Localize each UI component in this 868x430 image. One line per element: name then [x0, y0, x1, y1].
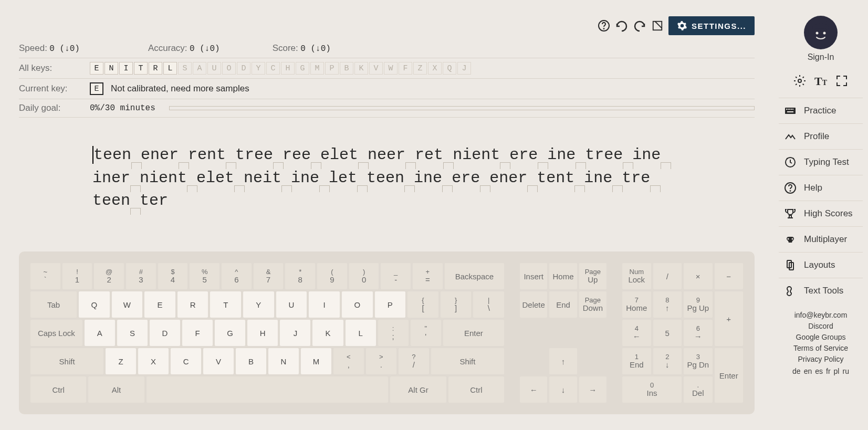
- help-icon[interactable]: [597, 19, 611, 33]
- footer-link[interactable]: Terms of Service: [793, 343, 848, 354]
- key[interactable]: F: [182, 320, 213, 346]
- numpad-enter-key[interactable]: Enter: [715, 348, 744, 403]
- key[interactable]: %5: [190, 263, 219, 289]
- key[interactable]: :;: [378, 320, 409, 346]
- key[interactable]: Y: [243, 291, 274, 318]
- fullscreen-icon[interactable]: [651, 19, 664, 33]
- key[interactable]: >.: [366, 348, 396, 374]
- plus-key[interactable]: +: [715, 291, 744, 346]
- key[interactable]: −: [715, 263, 744, 289]
- nav-item[interactable]: Profile: [779, 123, 863, 149]
- nav-item[interactable]: Text Tools: [779, 278, 863, 303]
- key[interactable]: ~`: [30, 263, 60, 289]
- key[interactable]: 7Home: [622, 291, 651, 318]
- footer-link[interactable]: Privacy Policy: [793, 354, 848, 365]
- footer-link[interactable]: Google Groups: [793, 332, 848, 343]
- key[interactable]: _-: [381, 263, 411, 289]
- key-chip[interactable]: D: [237, 62, 250, 75]
- enter-key[interactable]: Enter: [443, 320, 504, 346]
- key[interactable]: L: [346, 320, 376, 346]
- key[interactable]: X: [138, 348, 169, 374]
- key[interactable]: 9Pg Up: [684, 291, 713, 318]
- key-chip[interactable]: P: [325, 62, 339, 75]
- space-key[interactable]: [147, 376, 389, 403]
- key[interactable]: A: [85, 320, 115, 346]
- key[interactable]: {[: [407, 291, 438, 318]
- backspace-key[interactable]: Backspace: [445, 263, 504, 289]
- key-chip[interactable]: O: [222, 62, 236, 75]
- gear-icon[interactable]: [793, 75, 806, 87]
- nav-item[interactable]: Layouts: [779, 252, 863, 278]
- key[interactable]: ?/: [399, 348, 429, 374]
- key[interactable]: G: [215, 320, 245, 346]
- key[interactable]: O: [342, 291, 373, 318]
- key[interactable]: 0Ins: [622, 376, 682, 403]
- key-chip[interactable]: E: [90, 62, 103, 75]
- lang-link[interactable]: fr: [826, 367, 831, 375]
- key[interactable]: $4: [158, 263, 188, 289]
- key[interactable]: (9: [317, 263, 347, 289]
- key[interactable]: Z: [106, 348, 136, 374]
- footer-link[interactable]: Discord: [793, 321, 848, 332]
- undo-icon[interactable]: [615, 19, 629, 33]
- lang-link[interactable]: pl: [834, 367, 840, 375]
- capslock-key[interactable]: Caps Lock: [30, 320, 82, 346]
- key[interactable]: .Del: [684, 376, 713, 403]
- key-chip[interactable]: X: [428, 62, 442, 75]
- nav-item[interactable]: High Scores: [779, 201, 863, 226]
- key-chip[interactable]: M: [310, 62, 324, 75]
- arrow-right-key[interactable]: →: [579, 376, 606, 403]
- key-chip[interactable]: Y: [252, 62, 265, 75]
- nav-item[interactable]: Help: [779, 175, 863, 201]
- key[interactable]: PageDown: [579, 291, 606, 318]
- key[interactable]: Q: [79, 291, 110, 318]
- key[interactable]: E: [144, 291, 175, 318]
- key[interactable]: V: [203, 348, 234, 374]
- key[interactable]: #3: [126, 263, 156, 289]
- lang-link[interactable]: ru: [842, 367, 849, 375]
- key-chip[interactable]: G: [296, 62, 309, 75]
- key[interactable]: C: [171, 348, 201, 374]
- alt-key[interactable]: Alt: [88, 376, 144, 403]
- text-size-icon[interactable]: TT: [814, 75, 827, 87]
- footer-link[interactable]: info@keybr.com: [793, 310, 848, 321]
- key[interactable]: 5: [653, 320, 682, 346]
- ctrl-key[interactable]: Ctrl: [448, 376, 504, 403]
- key[interactable]: I: [309, 291, 340, 318]
- key-chip[interactable]: A: [193, 62, 206, 75]
- shift-key[interactable]: Shift: [431, 348, 504, 374]
- key[interactable]: +=: [413, 263, 443, 289]
- key-chip[interactable]: C: [266, 62, 280, 75]
- key[interactable]: P: [375, 291, 406, 318]
- key[interactable]: 8↑: [653, 291, 682, 318]
- ctrl-key[interactable]: Ctrl: [30, 376, 86, 403]
- lang-link[interactable]: en: [804, 367, 812, 375]
- key-chip[interactable]: W: [384, 62, 398, 75]
- key-chip[interactable]: T: [134, 62, 148, 75]
- expand-icon[interactable]: [835, 75, 848, 87]
- key-chip[interactable]: S: [178, 62, 192, 75]
- key[interactable]: U: [276, 291, 307, 318]
- key-chip[interactable]: B: [340, 62, 353, 75]
- key[interactable]: B: [236, 348, 266, 374]
- nav-item[interactable]: Practice: [779, 98, 863, 123]
- key[interactable]: M: [301, 348, 331, 374]
- numlock-key[interactable]: NumLock: [622, 263, 651, 289]
- signin-link[interactable]: Sign-In: [808, 53, 834, 62]
- key-chip[interactable]: R: [149, 62, 162, 75]
- key[interactable]: *8: [285, 263, 315, 289]
- shift-key[interactable]: Shift: [30, 348, 103, 374]
- key[interactable]: Home: [549, 263, 577, 289]
- key[interactable]: 1End: [622, 348, 651, 374]
- key-chip[interactable]: U: [207, 62, 221, 75]
- key-chip[interactable]: F: [399, 62, 412, 75]
- key[interactable]: @2: [94, 263, 124, 289]
- key-chip[interactable]: H: [281, 62, 295, 75]
- key[interactable]: 4←: [622, 320, 651, 346]
- key[interactable]: 6→: [684, 320, 713, 346]
- key[interactable]: &7: [254, 263, 284, 289]
- tab-key[interactable]: Tab: [30, 291, 77, 318]
- key[interactable]: N: [268, 348, 299, 374]
- key[interactable]: W: [112, 291, 143, 318]
- key[interactable]: H: [247, 320, 278, 346]
